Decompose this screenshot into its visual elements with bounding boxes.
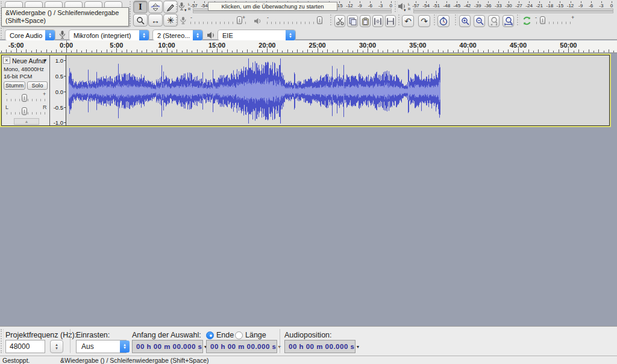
fit-project-button[interactable]: [488, 15, 500, 27]
audio-host-dropdown[interactable]: Core Audio▲▼: [5, 30, 55, 41]
timeline-tick: [86, 49, 87, 52]
meter-scale-tick: [591, 1, 592, 3]
silence-audio-button[interactable]: [385, 15, 396, 27]
meter-scale-number: -42: [464, 3, 471, 8]
meter-scale-number: -54: [422, 3, 430, 8]
meter-scale-tick: [426, 1, 427, 3]
recording-device-dropdown[interactable]: Mikrofon (integriert)▲▼: [69, 30, 149, 41]
timeline-tick: [222, 51, 222, 52]
timeline-label: 40:00: [460, 42, 477, 49]
audacity-window: I ↔ ✳ ▾ L R -57-54-51-48-45-42-39-36-33-…: [0, 0, 617, 364]
mixer-toolbar-grip[interactable]: [176, 14, 179, 25]
zoom-toolbar-grip[interactable]: [455, 14, 458, 25]
timeline-tick: [247, 49, 248, 52]
paste-button[interactable]: [360, 15, 371, 27]
trim-audio-button[interactable]: [372, 15, 383, 27]
timeline-tick: [16, 48, 17, 52]
timeline-tick: [77, 49, 77, 52]
timeline-tick: [262, 51, 263, 52]
meter-scale-number: -9: [358, 3, 362, 8]
vertical-ruler[interactable]: 1.0 0.5 0.0 -0.5 -1.0: [51, 55, 66, 125]
meter-scale-tick: [550, 1, 550, 3]
recording-channels-dropdown[interactable]: 2 (Stereo...▲▼: [152, 30, 203, 41]
timeline-tick: [267, 48, 268, 52]
track-collapse-button[interactable]: ▲: [14, 118, 39, 125]
timeline-ruler[interactable]: -5:000:005:0010:0015:0020:0025:0030:0035…: [0, 40, 617, 53]
waveform-area[interactable]: [67, 55, 609, 125]
zoom-in-button[interactable]: [459, 15, 471, 27]
track-menu-arrow-icon[interactable]: ▼: [43, 58, 48, 63]
vruler-neg1: -1.0: [54, 119, 63, 126]
divider: [70, 329, 70, 353]
track-title[interactable]: Neue Aufna: [12, 57, 45, 64]
sync-toolbar-grip[interactable]: [517, 14, 520, 25]
envelope-icon: [151, 3, 160, 11]
sync-lock-icon[interactable]: [522, 16, 532, 26]
meter-scale-tick: [560, 1, 560, 3]
selection-start-field[interactable]: 00 h 00 m 00.000 s▼: [132, 340, 203, 353]
device-toolbar-grip[interactable]: [1, 28, 4, 39]
pan-slider[interactable]: [22, 107, 27, 115]
timeline-tick: [101, 51, 102, 52]
play-device-speaker-icon: [207, 31, 215, 39]
radio-end[interactable]: Ende: [206, 331, 234, 339]
monitoring-hint[interactable]: Klicken, um die Überwachung zu starten: [208, 2, 337, 11]
selection-end-field[interactable]: 00 h 00 m 00.000 s▼: [206, 340, 277, 353]
copy-button[interactable]: [347, 15, 358, 27]
mute-button[interactable]: Stumm: [4, 81, 25, 90]
timeline-tick: [553, 51, 554, 52]
timeline-tick: [568, 48, 569, 52]
zoom-out-button[interactable]: [474, 15, 485, 27]
project-rate-input[interactable]: 48000: [5, 340, 45, 353]
play-at-speed-button[interactable]: [437, 15, 449, 27]
cut-button[interactable]: [334, 15, 345, 27]
timeline-tick: [107, 49, 107, 52]
radio-length[interactable]: Länge: [235, 331, 266, 339]
timeline-tick: [161, 51, 162, 52]
timeshift-tool-button[interactable]: ↔: [148, 14, 163, 27]
timeline-tick: [157, 49, 157, 52]
timeline-label: 15:00: [208, 42, 225, 49]
audio-position-field[interactable]: 00 h 00 m 00.000 s▼: [284, 340, 355, 353]
timeline-tick: [548, 49, 549, 52]
snap-to-label: Einrasten:: [76, 331, 110, 339]
meter-scale-number: -45: [454, 3, 461, 8]
project-rate-stepper[interactable]: ▲▼: [50, 340, 63, 353]
solo-button[interactable]: Solo: [27, 81, 48, 90]
timeline-label: 45:00: [510, 42, 527, 49]
silence-icon: [386, 17, 395, 25]
gain-slider[interactable]: [22, 94, 27, 102]
timeline-tick: [142, 51, 142, 52]
tools-toolbar-grip[interactable]: [130, 1, 133, 27]
field-dropdown-arrow-icon[interactable]: ▼: [355, 345, 360, 349]
track-zoom-slider[interactable]: [540, 16, 545, 24]
meter-scale-tick: [416, 1, 416, 3]
timeline-tick: [458, 49, 459, 52]
selection-tool-button[interactable]: I: [133, 1, 148, 13]
waveform[interactable]: [67, 55, 610, 126]
edit-toolbar-grip[interactable]: [330, 14, 333, 25]
output-volume-slider[interactable]: [317, 16, 322, 24]
timeline-tick: [589, 49, 589, 52]
meter-scale-number: 0: [390, 3, 392, 8]
meter-scale-tick: [204, 1, 205, 3]
input-volume-slider[interactable]: [237, 16, 242, 24]
selection-toolbar-grip[interactable]: [1, 329, 4, 353]
meter-scale-number: -12: [346, 3, 353, 8]
timeline-tick: [257, 49, 258, 52]
snap-to-dropdown[interactable]: Aus ▲▼: [76, 340, 127, 353]
undo-toolbar-grip[interactable]: [398, 14, 401, 25]
fit-selection-button[interactable]: [503, 15, 514, 27]
undo-button[interactable]: ↶: [402, 15, 414, 27]
timeline-tick: [428, 49, 428, 52]
envelope-tool-button[interactable]: [148, 1, 163, 13]
zoom-tool-button[interactable]: [133, 14, 148, 27]
redo-icon: ↷: [421, 16, 428, 26]
redo-button[interactable]: ↷: [418, 15, 430, 27]
track-close-button[interactable]: ×: [3, 57, 10, 64]
chevron-up-down-icon: ▲▼: [120, 340, 130, 353]
stopwatch-icon: [439, 17, 448, 26]
timeline-tick: [31, 51, 32, 52]
playback-device-dropdown[interactable]: EIE▲▼: [218, 30, 296, 41]
timer-toolbar-grip[interactable]: [434, 14, 437, 25]
